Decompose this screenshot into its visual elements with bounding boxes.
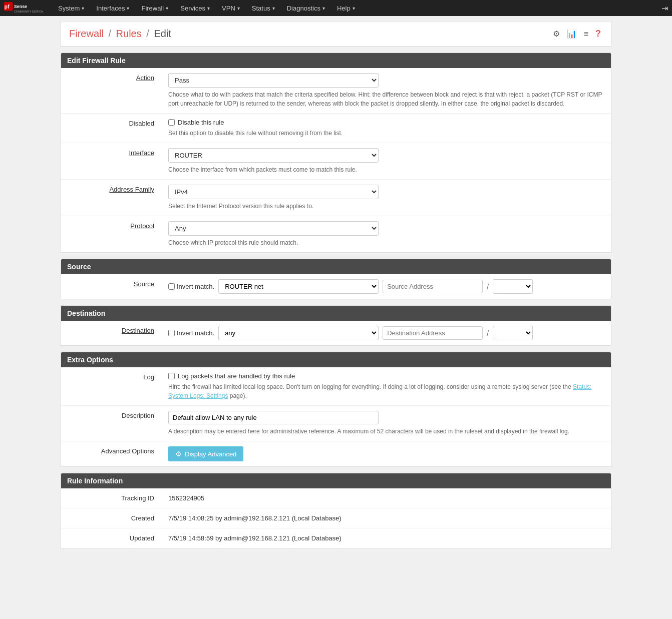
tracking-id-label: Tracking ID — [61, 488, 161, 508]
updated-label: Updated — [61, 528, 161, 548]
log-content: Log packets that are handled by this rul… — [161, 367, 611, 405]
nav-diagnostics[interactable]: Diagnostics ▾ — [281, 0, 331, 16]
gear-icon: ⚙ — [175, 450, 182, 458]
source-label: Source — [61, 274, 161, 299]
edit-firewall-rule-section: Edit Firewall Rule Action Pass Block Rej… — [61, 53, 611, 253]
extra-options-header: Extra Options — [61, 352, 611, 367]
destination-section: Destination Destination Invert match. an… — [61, 305, 611, 346]
description-label: Description — [61, 406, 161, 441]
chevron-down-icon: ▾ — [207, 6, 210, 11]
nav-interfaces[interactable]: Interfaces ▾ — [90, 0, 135, 16]
chevron-down-icon: ▾ — [353, 6, 355, 11]
advanced-options-row: Advanced Options ⚙ Display Advanced — [61, 441, 611, 466]
interface-select[interactable]: ROUTER WAN LAN — [168, 148, 379, 163]
created-label: Created — [61, 508, 161, 528]
breadcrumb-current: Edit — [154, 28, 171, 39]
breadcrumb-rules-link[interactable]: Rules — [116, 28, 142, 39]
address-family-hint: Select the Internet Protocol version thi… — [168, 202, 604, 211]
destination-type-select[interactable]: any ROUTER net WAN net LAN net Single ho… — [218, 326, 379, 340]
interface-content: ROUTER WAN LAN Choose the interface from… — [161, 143, 611, 179]
breadcrumb: Firewall / Rules / Edit — [69, 28, 171, 40]
advanced-options-label: Advanced Options — [61, 441, 161, 466]
source-invert-group: Invert match. — [168, 283, 214, 290]
help-icon[interactable]: ? — [593, 28, 603, 40]
description-row: Description A description may be entered… — [61, 406, 611, 441]
disabled-hint: Set this option to disable this rule wit… — [168, 129, 604, 138]
source-row: Source Invert match. ROUTER net any WAN … — [61, 274, 611, 299]
source-header: Source — [61, 259, 611, 274]
interface-hint: Choose the interface from which packets … — [168, 165, 604, 174]
edit-rule-header: Edit Firewall Rule — [61, 53, 611, 68]
destination-address-input[interactable] — [383, 326, 483, 340]
breadcrumb-bar: Firewall / Rules / Edit ⚙ 📊 ≡ ? — [61, 21, 611, 47]
protocol-hint: Choose which IP protocol this rule shoul… — [168, 238, 604, 247]
nav-system[interactable]: System ▾ — [52, 0, 90, 16]
destination-row: Destination Invert match. any ROUTER net… — [61, 321, 611, 345]
interface-label: Interface — [61, 143, 161, 179]
source-address-input[interactable] — [383, 280, 483, 293]
address-family-row: Address Family IPv4 IPv6 IPv4+IPv6 Selec… — [61, 180, 611, 216]
breadcrumb-firewall-link[interactable]: Firewall — [69, 28, 104, 39]
tracking-id-value: 1562324905 — [161, 488, 611, 508]
log-label: Log — [61, 367, 161, 405]
created-value: 7/5/19 14:08:25 by admin@192.168.2.121 (… — [161, 508, 611, 528]
source-type-select[interactable]: ROUTER net any WAN net LAN net Single ho… — [218, 279, 379, 294]
destination-content: Invert match. any ROUTER net WAN net LAN… — [161, 321, 611, 345]
breadcrumb-sep2: / — [146, 28, 149, 39]
action-row: Action Pass Block Reject Choose what to … — [61, 68, 611, 114]
disabled-checkbox-label: Disable this rule — [178, 119, 224, 126]
chart-icon[interactable]: 📊 — [565, 28, 579, 40]
description-hint: A description may be entered here for ad… — [168, 427, 604, 436]
source-section: Source Source Invert match. ROUTER net a… — [61, 259, 611, 299]
protocol-label: Protocol — [61, 216, 161, 252]
disabled-content: Disable this rule Set this option to dis… — [161, 114, 611, 143]
source-content: Invert match. ROUTER net any WAN net LAN… — [161, 274, 611, 299]
updated-value: 7/5/19 14:58:59 by admin@192.168.2.121 (… — [161, 528, 611, 548]
destination-label: Destination — [61, 321, 161, 345]
svg-text:pf: pf — [5, 4, 10, 10]
log-checkbox[interactable] — [168, 373, 175, 379]
created-row: Created 7/5/19 14:08:25 by admin@192.168… — [61, 508, 611, 528]
nav-vpn[interactable]: VPN ▾ — [216, 0, 246, 16]
signout-icon[interactable]: ⇥ — [661, 4, 668, 13]
source-invert-checkbox[interactable] — [168, 283, 175, 290]
dest-invert-label: Invert match. — [177, 329, 214, 337]
svg-text:COMMUNITY EDITION: COMMUNITY EDITION — [14, 10, 44, 13]
disabled-label: Disabled — [61, 114, 161, 143]
description-content: A description may be entered here for ad… — [161, 406, 611, 441]
tracking-id-row: Tracking ID 1562324905 — [61, 488, 611, 508]
disabled-checkbox[interactable] — [168, 119, 175, 126]
address-family-select[interactable]: IPv4 IPv6 IPv4+IPv6 — [168, 185, 379, 199]
nav-firewall[interactable]: Firewall ▾ — [135, 0, 174, 16]
description-input[interactable] — [168, 411, 379, 424]
destination-mask-select[interactable]: 32 24 — [493, 326, 533, 340]
source-mask-select[interactable]: 32 24 — [493, 279, 533, 294]
nav-status[interactable]: Status ▾ — [246, 0, 281, 16]
advanced-options-content: ⚙ Display Advanced — [161, 441, 611, 466]
dest-invert-checkbox[interactable] — [168, 330, 175, 336]
display-advanced-button[interactable]: ⚙ Display Advanced — [168, 446, 243, 461]
settings-icon[interactable]: ⚙ — [551, 28, 562, 40]
navbar: pf Sense COMMUNITY EDITION System ▾ Inte… — [0, 0, 672, 16]
chevron-down-icon: ▾ — [272, 6, 275, 11]
updated-row: Updated 7/5/19 14:58:59 by admin@192.168… — [61, 528, 611, 548]
nav-services[interactable]: Services ▾ — [174, 0, 216, 16]
address-family-content: IPv4 IPv6 IPv4+IPv6 Select the Internet … — [161, 180, 611, 216]
extra-options-section: Extra Options Log Log packets that are h… — [61, 352, 611, 467]
list-icon[interactable]: ≡ — [582, 29, 590, 40]
svg-text:Sense: Sense — [14, 4, 27, 9]
interface-row: Interface ROUTER WAN LAN Choose the inte… — [61, 143, 611, 180]
protocol-content: Any TCP UDP TCP/UDP ICMP Choose which IP… — [161, 216, 611, 252]
nav-help[interactable]: Help ▾ — [331, 0, 361, 16]
chevron-down-icon: ▾ — [127, 6, 129, 11]
log-hint: Hint: the firewall has limited local log… — [168, 382, 604, 400]
rule-information-header: Rule Information — [61, 473, 611, 488]
protocol-row: Protocol Any TCP UDP TCP/UDP ICMP Choose… — [61, 216, 611, 252]
dest-slash-divider: / — [487, 329, 489, 337]
rule-information-section: Rule Information Tracking ID 1562324905 … — [61, 473, 611, 549]
protocol-select[interactable]: Any TCP UDP TCP/UDP ICMP — [168, 221, 379, 236]
chevron-down-icon: ▾ — [166, 6, 168, 11]
action-select[interactable]: Pass Block Reject — [168, 73, 379, 88]
action-label: Action — [61, 68, 161, 113]
navbar-right: ⇥ — [661, 4, 668, 13]
